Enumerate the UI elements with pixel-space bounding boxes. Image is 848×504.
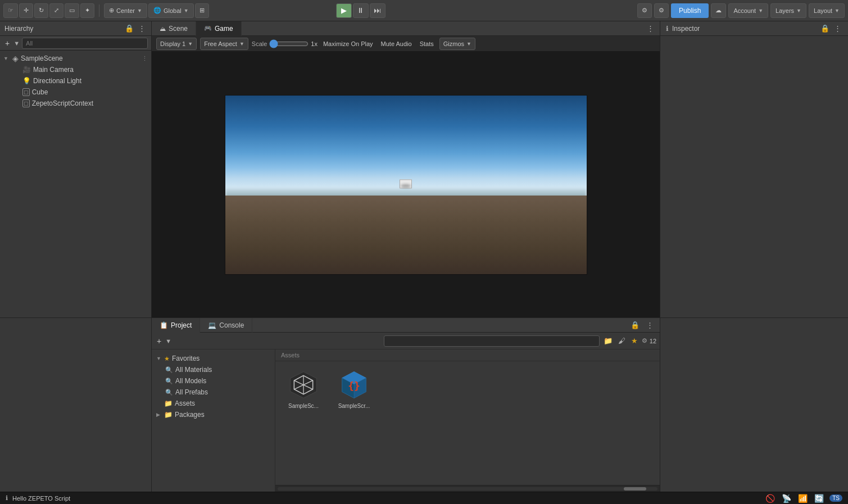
project-more-button[interactable]: ⋮ bbox=[645, 320, 655, 330]
layout-label: Layout bbox=[814, 7, 832, 14]
project-lock-button[interactable]: 🔒 bbox=[629, 320, 641, 330]
hierarchy-tree: ▼ ◈ SampleScene ⋮ ▶ 🎥 Main Camera ▶ 💡 Di… bbox=[0, 51, 151, 317]
camera-arrow: ▶ bbox=[13, 67, 20, 72]
gizmos-dropdown[interactable]: Gizmos ▼ bbox=[439, 38, 475, 50]
mute-audio-button[interactable]: Mute Audio bbox=[379, 39, 414, 48]
game-viewport bbox=[152, 52, 660, 317]
status-wifi-icon[interactable]: 📶 bbox=[797, 493, 809, 504]
all-materials-label: All Materials bbox=[175, 366, 212, 374]
layout-caret: ▼ bbox=[835, 8, 840, 13]
console-tab[interactable]: 💻 Console bbox=[200, 318, 252, 333]
bottom-right-spacer bbox=[660, 318, 848, 492]
tree-item-zepeto-context[interactable]: ▶ □ ZepetoScriptContext bbox=[0, 98, 151, 109]
status-no-entry-icon[interactable]: 🚫 bbox=[764, 493, 776, 504]
project-star-icon-button[interactable]: ★ bbox=[629, 336, 640, 346]
packages-folder-icon: 📁 bbox=[164, 411, 173, 419]
favorites-item[interactable]: ▼ ★ Favorites bbox=[152, 353, 275, 364]
hierarchy-panel: Hierarchy 🔒 ⋮ + ▼ ▼ ◈ SampleScene ⋮ ▶ bbox=[0, 21, 152, 317]
hierarchy-add-caret: ▼ bbox=[13, 40, 20, 47]
center-dropdown[interactable]: ⊕ Center ▼ bbox=[104, 3, 147, 18]
inspector-info-icon: ℹ bbox=[666, 25, 669, 33]
transform-tool-button[interactable]: ✦ bbox=[80, 3, 94, 18]
game-tab-label: Game bbox=[215, 25, 233, 33]
services-button[interactable]: ⚙ bbox=[654, 3, 669, 18]
project-add-caret: ▼ bbox=[165, 338, 171, 344]
tree-item-cube[interactable]: ▶ □ Cube bbox=[0, 87, 151, 98]
hierarchy-lock-button[interactable]: 🔒 bbox=[124, 23, 135, 34]
pause-button[interactable]: ⏸ bbox=[353, 3, 369, 18]
stats-button[interactable]: Stats bbox=[418, 39, 436, 48]
tab-more-button[interactable]: ⋮ bbox=[646, 23, 655, 34]
scene-name-label: SampleScene bbox=[21, 55, 63, 62]
game-toolbar: Display 1 ▼ Free Aspect ▼ Scale 1x Maxim… bbox=[152, 36, 660, 52]
global-dropdown[interactable]: 🌐 Global ▼ bbox=[148, 3, 194, 18]
right-controls: ⚙ ⚙ Publish ☁ Account ▼ Layers ▼ Layout … bbox=[637, 3, 845, 18]
project-search-input[interactable] bbox=[384, 335, 600, 347]
scene-root-item[interactable]: ▼ ◈ SampleScene ⋮ bbox=[0, 53, 151, 64]
aspect-dropdown[interactable]: Free Aspect ▼ bbox=[200, 38, 248, 50]
aspect-label: Free Aspect bbox=[204, 40, 237, 47]
cloud-icon-button[interactable]: ☁ bbox=[711, 3, 726, 18]
publish-button[interactable]: Publish bbox=[671, 3, 709, 18]
rect-tool-button[interactable]: ▭ bbox=[65, 3, 79, 18]
game-tab-icon: 🎮 bbox=[204, 25, 212, 32]
scale-value: 1x bbox=[311, 40, 318, 47]
ground-layer bbox=[225, 196, 587, 274]
all-models-item[interactable]: 🔍 All Models bbox=[152, 375, 275, 387]
packages-folder-item[interactable]: ▶ 📁 Packages bbox=[152, 409, 275, 420]
project-brush-icon-button[interactable]: 🖌 bbox=[616, 336, 627, 346]
inspector-more-button[interactable]: ⋮ bbox=[833, 23, 842, 34]
scale-slider-area: Scale 1x bbox=[252, 39, 318, 48]
account-dropdown[interactable]: Account ▼ bbox=[728, 3, 768, 18]
move-tool-button[interactable]: ✛ bbox=[19, 3, 33, 18]
maximize-on-play-button[interactable]: Maximize On Play bbox=[321, 39, 375, 48]
hierarchy-search-input[interactable] bbox=[22, 38, 148, 49]
scale-tool-button[interactable]: ⤢ bbox=[49, 3, 64, 18]
maximize-label: Maximize On Play bbox=[323, 40, 373, 47]
rotate-tool-button[interactable]: ↻ bbox=[34, 3, 48, 18]
assets-folder-item[interactable]: ▶ 📁 Assets bbox=[152, 398, 275, 409]
game-tab[interactable]: 🎮 Game bbox=[196, 21, 242, 36]
step-button[interactable]: ⏭ bbox=[370, 3, 386, 18]
all-prefabs-item[interactable]: 🔍 All Prefabs bbox=[152, 387, 275, 398]
scene-root-arrow: ▼ bbox=[3, 56, 10, 61]
layers-dropdown[interactable]: Layers ▼ bbox=[770, 3, 806, 18]
tree-item-directional-light[interactable]: ▶ 💡 Directional Light bbox=[0, 75, 151, 87]
play-button[interactable]: ▶ bbox=[336, 3, 352, 18]
display-dropdown[interactable]: Display 1 ▼ bbox=[156, 38, 197, 50]
status-refresh-icon[interactable]: 🔄 bbox=[813, 493, 825, 504]
asset-item-zepeto-script[interactable]: {} SampleScr... bbox=[332, 367, 377, 411]
play-controls: ▶ ⏸ ⏭ bbox=[336, 3, 386, 18]
console-tab-label: Console bbox=[219, 321, 244, 329]
asset-unity-scene-label: SampleSc... bbox=[288, 403, 319, 409]
hierarchy-more-button[interactable]: ⋮ bbox=[137, 23, 147, 34]
grid-tool-button[interactable]: ⊞ bbox=[195, 3, 209, 18]
all-materials-item[interactable]: 🔍 All Materials bbox=[152, 364, 275, 375]
zepeto-shape-icon: □ bbox=[22, 99, 30, 107]
project-add-button[interactable]: + bbox=[155, 337, 163, 346]
scene-tab[interactable]: ⛰ Scene bbox=[152, 21, 196, 36]
status-ts-badge: TS bbox=[829, 494, 842, 502]
hand-tool-button[interactable]: ☞ bbox=[3, 3, 18, 18]
scene-menu-button[interactable]: ⋮ bbox=[142, 55, 148, 62]
status-network-icon[interactable]: 📡 bbox=[781, 493, 792, 504]
hierarchy-add-button[interactable]: + bbox=[3, 39, 11, 48]
inspector-lock-button[interactable]: 🔒 bbox=[819, 23, 831, 34]
aspect-caret: ▼ bbox=[239, 41, 244, 47]
bottom-left-spacer bbox=[0, 318, 152, 492]
stats-label: Stats bbox=[420, 40, 434, 47]
top-toolbar: ☞ ✛ ↻ ⤢ ▭ ✦ ⊕ Center ▼ 🌐 Global ▼ ⊞ ▶ ⏸ … bbox=[0, 0, 848, 21]
collab-icon-button[interactable]: ⚙ bbox=[637, 3, 652, 18]
tree-item-main-camera[interactable]: ▶ 🎥 Main Camera bbox=[0, 64, 151, 75]
transform-tools: ☞ ✛ ↻ ⤢ ▭ ✦ bbox=[3, 3, 94, 18]
asset-item-unity-scene[interactable]: SampleSc... bbox=[281, 367, 326, 411]
layout-dropdown[interactable]: Layout ▼ bbox=[809, 3, 845, 18]
svg-text:{}: {} bbox=[348, 380, 360, 392]
scale-slider[interactable] bbox=[269, 39, 309, 48]
hierarchy-toolbar: + ▼ bbox=[0, 36, 151, 51]
project-tab[interactable]: 📋 Project bbox=[152, 318, 200, 333]
status-bar: ℹ Hello ZEPETO Script 🚫 📡 📶 🔄 TS bbox=[0, 492, 848, 504]
scrollbar-thumb[interactable] bbox=[624, 487, 646, 491]
scene-tab-label: Scene bbox=[169, 25, 188, 33]
project-folder-icon-button[interactable]: 📁 bbox=[602, 336, 614, 346]
